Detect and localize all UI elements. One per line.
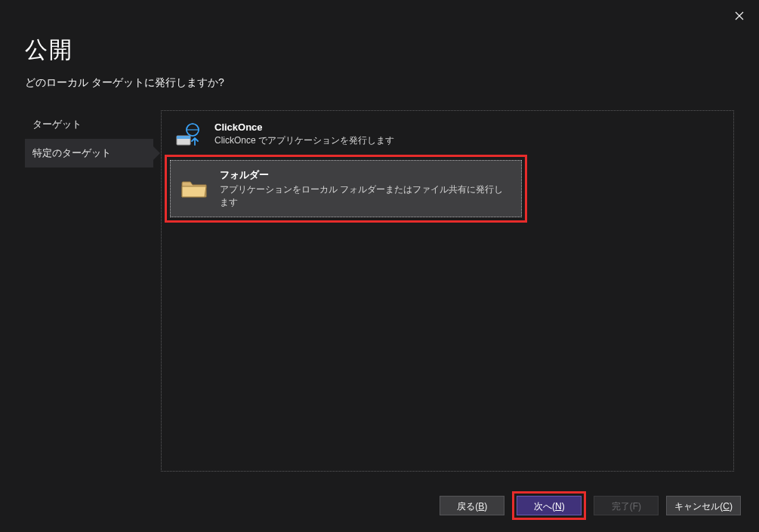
sidebar-item-specific-target[interactable]: 特定のターゲット [25, 139, 153, 168]
option-title: ClickOnce [214, 121, 394, 133]
back-button[interactable]: 戻る(B) [440, 496, 504, 515]
dialog-footer: 戻る(B) 次へ(N) 完了(F) キャンセル(C) [440, 491, 741, 520]
sidebar-item-label: ターゲット [32, 118, 82, 130]
sidebar-item-label: 特定のターゲット [32, 147, 111, 158]
option-text: ClickOnce ClickOnce でアプリケーションを発行します [214, 121, 394, 147]
option-folder[interactable]: フォルダー アプリケーションをローカル フォルダーまたはファイル共有に発行します [170, 160, 522, 217]
button-accel: N [555, 501, 562, 512]
button-label: 完了 [612, 501, 630, 512]
next-button-highlight: 次へ(N) [512, 491, 586, 520]
option-clickonce[interactable]: ClickOnce ClickOnce でアプリケーションを発行します [165, 114, 730, 155]
svg-rect-5 [177, 136, 190, 139]
option-title: フォルダー [220, 168, 512, 182]
sidebar-item-target[interactable]: ターゲット [25, 110, 153, 139]
wizard-steps-sidebar: ターゲット 特定のターゲット [25, 110, 153, 472]
dialog-subtitle: どのローカル ターゲットに発行しますか? [25, 76, 759, 90]
cancel-button[interactable]: キャンセル(C) [666, 496, 741, 515]
button-accel: C [723, 501, 730, 512]
dialog-title: 公開 [25, 35, 759, 66]
option-desc: ClickOnce でアプリケーションを発行します [214, 134, 394, 147]
publish-dialog: 公開 どのローカル ターゲットに発行しますか? ターゲット 特定のターゲット [0, 0, 759, 532]
button-label: 戻る [457, 501, 475, 512]
next-button[interactable]: 次へ(N) [517, 496, 582, 515]
option-text: フォルダー アプリケーションをローカル フォルダーまたはファイル共有に発行します [220, 168, 512, 209]
button-label: 次へ [534, 501, 552, 512]
option-desc: アプリケーションをローカル フォルダーまたはファイル共有に発行します [220, 183, 512, 209]
clickonce-icon [174, 121, 204, 147]
finish-button: 完了(F) [594, 496, 659, 515]
button-accel: B [478, 501, 484, 512]
dialog-body: ターゲット 特定のターゲット [25, 110, 734, 472]
button-accel: F [633, 501, 638, 512]
close-icon [735, 11, 744, 20]
folder-icon [180, 176, 209, 201]
close-button[interactable] [724, 5, 754, 27]
dialog-header: 公開 どのローカル ターゲットに発行しますか? [0, 0, 759, 90]
option-folder-highlight: フォルダー アプリケーションをローカル フォルダーまたはファイル共有に発行します [165, 155, 527, 223]
target-options-panel: ClickOnce ClickOnce でアプリケーションを発行します フォルダ… [161, 110, 734, 472]
button-label: キャンセル [674, 501, 720, 512]
